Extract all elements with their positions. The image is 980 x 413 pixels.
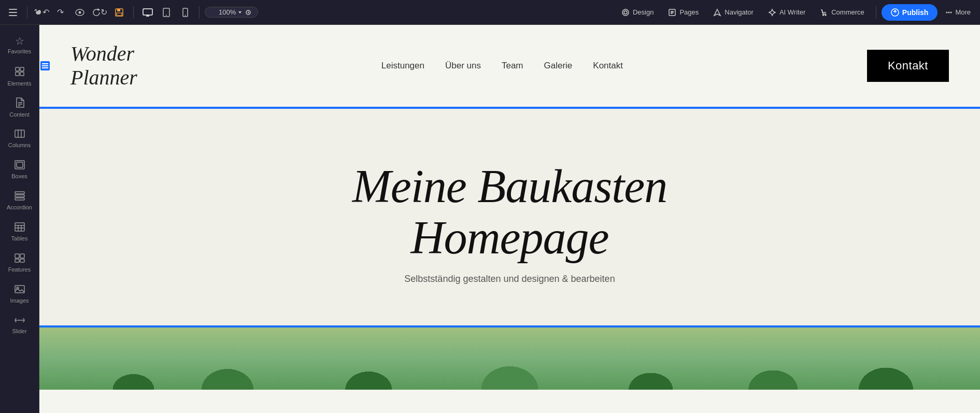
site-header: Wonder Planner Leistungen Über uns Team … <box>39 25 980 108</box>
nav-uber-uns[interactable]: Über uns <box>445 61 481 71</box>
sidebar-item-elements[interactable]: Elements <box>2 60 37 91</box>
hero-subtitle: Selbstständig gestalten und designen & b… <box>404 274 615 284</box>
sidebar-item-accordion[interactable]: Accordion <box>2 184 37 216</box>
svg-rect-26 <box>16 72 19 76</box>
site-logo: Wonder Planner <box>70 42 137 90</box>
svg-rect-49 <box>42 67 48 68</box>
site-nav: Leistungen Über uns Team Galerie Kontakt <box>381 61 623 71</box>
svg-rect-1 <box>9 12 17 13</box>
svg-rect-28 <box>15 130 24 137</box>
sidebar-item-images[interactable]: Images <box>2 278 37 309</box>
nav-galerie[interactable]: Galerie <box>544 61 573 71</box>
svg-point-19 <box>825 15 826 16</box>
preview-button[interactable] <box>71 4 89 21</box>
svg-rect-0 <box>9 9 17 10</box>
accordion-icon <box>15 191 25 202</box>
svg-rect-7 <box>117 13 122 16</box>
sidebar-item-content[interactable]: Content <box>2 91 37 122</box>
svg-rect-36 <box>15 223 24 231</box>
website-preview: Wonder Planner Leistungen Über uns Team … <box>39 25 980 413</box>
svg-rect-48 <box>42 65 48 66</box>
publish-button[interactable]: Publish <box>882 4 938 21</box>
desktop-button[interactable] <box>139 4 157 21</box>
svg-rect-45 <box>15 286 24 293</box>
svg-rect-8 <box>143 9 152 15</box>
slider-icon <box>14 316 25 326</box>
undo-button[interactable]: ↶ <box>33 4 50 21</box>
zoom-control[interactable]: 100% <box>205 7 258 18</box>
svg-point-23 <box>950 11 952 13</box>
svg-point-14 <box>622 9 629 16</box>
svg-rect-35 <box>15 198 24 200</box>
svg-point-10 <box>166 15 167 16</box>
svg-rect-2 <box>9 15 17 16</box>
tablet-button[interactable] <box>158 4 175 21</box>
features-icon <box>15 253 25 264</box>
svg-rect-6 <box>117 9 120 11</box>
navigator-nav-button[interactable]: Navigator <box>707 5 760 20</box>
pages-nav-button[interactable]: Pages <box>662 5 705 20</box>
sidebar: ☆ Favorites Elements Content <box>0 25 39 413</box>
svg-rect-42 <box>20 254 24 258</box>
nav-kontakt[interactable]: Kontakt <box>593 61 623 71</box>
svg-point-4 <box>79 11 81 13</box>
menu-button[interactable] <box>4 4 22 21</box>
canvas-area: Wonder Planner Leistungen Über uns Team … <box>39 25 980 413</box>
sidebar-item-boxes[interactable]: Boxes <box>2 153 37 184</box>
sidebar-item-tables[interactable]: Tables <box>2 216 37 247</box>
svg-point-21 <box>946 11 948 13</box>
svg-rect-34 <box>15 195 24 197</box>
refresh-button[interactable]: ↻ <box>91 4 108 21</box>
selection-handle[interactable] <box>40 61 50 70</box>
save-button[interactable] <box>110 4 128 21</box>
svg-rect-41 <box>15 254 19 258</box>
star-icon: ☆ <box>15 36 24 46</box>
nav-leistungen[interactable]: Leistungen <box>381 61 424 71</box>
mobile-button[interactable] <box>176 4 194 21</box>
undo-redo-group: ↶ ↷ <box>33 4 69 21</box>
svg-rect-44 <box>20 259 24 262</box>
redo-button[interactable]: ↷ <box>51 4 69 21</box>
hero-title: Meine Baukasten Homepage <box>352 161 667 263</box>
columns-icon <box>15 129 25 140</box>
sep-2 <box>133 6 134 19</box>
site-landscape <box>39 327 980 390</box>
svg-rect-47 <box>42 63 48 64</box>
elements-icon <box>15 66 25 78</box>
svg-rect-24 <box>16 67 19 71</box>
svg-marker-17 <box>714 9 720 16</box>
sidebar-item-favorites[interactable]: ☆ Favorites <box>2 29 37 60</box>
svg-rect-43 <box>15 259 19 262</box>
sidebar-item-features[interactable]: Features <box>2 247 37 278</box>
sep-3 <box>199 6 200 19</box>
commerce-nav-button[interactable]: Commerce <box>814 5 871 20</box>
site-hero: Meine Baukasten Homepage Selbstständig g… <box>39 109 980 326</box>
design-nav-button[interactable]: Design <box>615 5 660 20</box>
tables-icon <box>15 222 25 233</box>
content-icon <box>15 97 24 109</box>
toolbar: ↶ ↷ ↻ <box>0 0 980 25</box>
svg-rect-25 <box>20 67 24 71</box>
images-icon <box>15 284 25 295</box>
svg-point-22 <box>948 11 950 13</box>
zoom-level: 100% <box>219 8 236 16</box>
svg-point-12 <box>184 15 186 16</box>
sidebar-item-columns[interactable]: Columns <box>2 122 37 153</box>
sidebar-item-slider[interactable]: Slider <box>2 309 37 340</box>
svg-point-15 <box>624 11 627 14</box>
ai-writer-nav-button[interactable]: AI Writer <box>762 5 812 20</box>
landscape-trees <box>39 327 980 390</box>
device-group <box>139 4 194 21</box>
svg-rect-32 <box>17 162 23 167</box>
site-kontakt-button[interactable]: Kontakt <box>867 50 949 82</box>
nav-team[interactable]: Team <box>502 61 523 71</box>
more-button[interactable]: More <box>940 5 976 20</box>
sep-1 <box>27 6 27 19</box>
svg-rect-33 <box>15 192 24 194</box>
svg-point-18 <box>823 15 824 16</box>
boxes-icon <box>15 160 25 171</box>
svg-rect-27 <box>20 72 24 76</box>
sep-4 <box>876 6 876 19</box>
